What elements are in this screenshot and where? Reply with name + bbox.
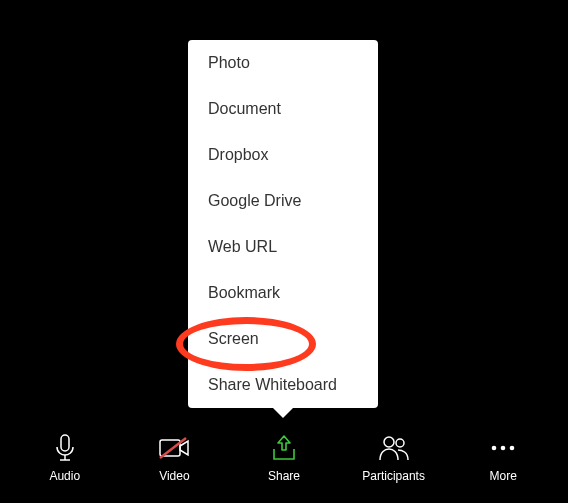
share-button[interactable]: Share xyxy=(244,433,324,483)
participants-label: Participants xyxy=(362,469,425,483)
svg-rect-0 xyxy=(61,435,69,451)
more-button[interactable]: More xyxy=(463,433,543,483)
video-button[interactable]: Video xyxy=(134,433,214,483)
participants-icon xyxy=(378,433,410,463)
share-option-document[interactable]: Document xyxy=(188,86,378,132)
share-option-whiteboard[interactable]: Share Whiteboard xyxy=(188,362,378,408)
svg-point-5 xyxy=(384,437,394,447)
svg-point-8 xyxy=(501,446,506,451)
share-option-google-drive[interactable]: Google Drive xyxy=(188,178,378,224)
share-menu: Photo Document Dropbox Google Drive Web … xyxy=(188,40,378,408)
svg-point-9 xyxy=(510,446,515,451)
share-label: Share xyxy=(268,469,300,483)
svg-rect-3 xyxy=(160,440,180,456)
participants-button[interactable]: Participants xyxy=(354,433,434,483)
svg-point-7 xyxy=(492,446,497,451)
audio-label: Audio xyxy=(49,469,80,483)
svg-point-6 xyxy=(396,439,404,447)
audio-button[interactable]: Audio xyxy=(25,433,105,483)
video-label: Video xyxy=(159,469,189,483)
share-icon xyxy=(271,433,297,463)
video-off-icon xyxy=(158,433,190,463)
more-label: More xyxy=(490,469,517,483)
share-option-bookmark[interactable]: Bookmark xyxy=(188,270,378,316)
meeting-toolbar: Audio Video Share xyxy=(0,433,568,483)
share-option-screen[interactable]: Screen xyxy=(188,316,378,362)
svg-line-4 xyxy=(160,438,186,458)
more-icon xyxy=(489,433,517,463)
share-option-dropbox[interactable]: Dropbox xyxy=(188,132,378,178)
microphone-icon xyxy=(54,433,76,463)
share-option-web-url[interactable]: Web URL xyxy=(188,224,378,270)
share-option-photo[interactable]: Photo xyxy=(188,40,378,86)
